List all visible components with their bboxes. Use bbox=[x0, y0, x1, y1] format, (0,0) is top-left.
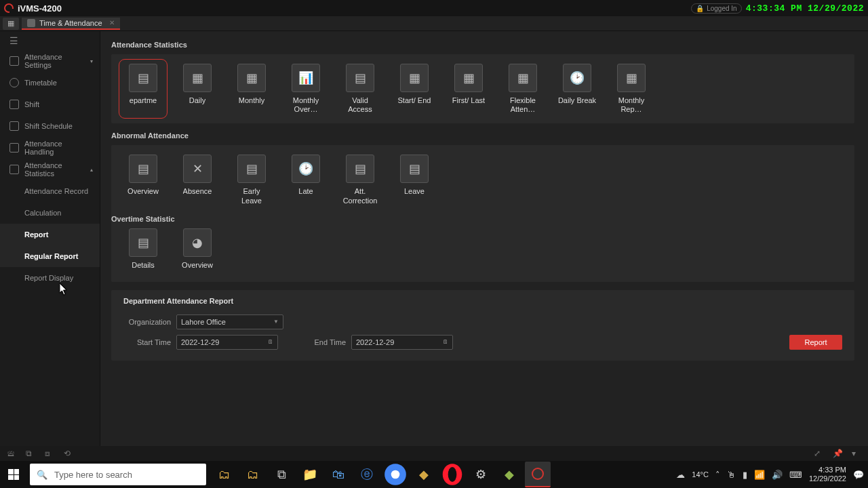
taskbar-app-icon[interactable]: ◆ bbox=[411, 462, 437, 487]
sidebar-item-label: Attendance Handling bbox=[24, 140, 93, 156]
sidebar-toggle-icon[interactable]: ☰ bbox=[0, 31, 100, 50]
taskbar-app2-icon[interactable]: ◆ bbox=[496, 462, 522, 487]
tray-volume-icon[interactable]: 🔊 bbox=[772, 470, 783, 480]
sidebar-item-timetable[interactable]: Timetable bbox=[0, 72, 100, 94]
sidebar-item-label: Report bbox=[24, 230, 48, 239]
flexible-icon: ▦ bbox=[509, 64, 537, 92]
taskbar-ivms-icon[interactable] bbox=[525, 462, 551, 487]
tray-notifications-icon[interactable]: 💬 bbox=[853, 470, 864, 480]
motion-icon[interactable]: ⧉ bbox=[26, 449, 35, 458]
taskbar-chrome-icon[interactable] bbox=[382, 462, 408, 487]
card-department[interactable]: ▤ epartme bbox=[123, 64, 163, 114]
taskbar-search[interactable]: 🔍 Type here to search bbox=[30, 464, 206, 485]
sidebar-item-shift[interactable]: Shift bbox=[0, 94, 100, 115]
sidebar-item-shift-schedule[interactable]: Shift Schedule bbox=[0, 115, 100, 137]
tray-usb-icon[interactable]: 🖱 bbox=[727, 470, 736, 480]
weather-icon[interactable]: ☁ bbox=[676, 470, 685, 480]
sidebar-item-attendance-settings[interactable]: Attendance Settings ▾ bbox=[0, 50, 100, 72]
first-last-icon: ▦ bbox=[454, 64, 483, 92]
start-value: 2022-12-29 bbox=[181, 338, 219, 346]
taskbar-folder-icon[interactable]: 🗂 bbox=[240, 462, 266, 487]
taskbar-explorer-icon[interactable]: 📁 bbox=[297, 462, 323, 487]
logged-in-label: Logged In bbox=[707, 5, 737, 12]
card-label: Leave bbox=[404, 187, 425, 196]
sidebar-item-attendance-statistics[interactable]: Attendance Statistics ▴ bbox=[0, 159, 100, 180]
end-time-input[interactable]: 2022-12-29 🗓 bbox=[351, 335, 453, 350]
card-monthly-report[interactable]: ▦ Monthly Rep… bbox=[612, 64, 651, 114]
card-flexible-attendance[interactable]: ▦ Flexible Atten… bbox=[503, 64, 542, 114]
expand-icon[interactable]: ⤢ bbox=[814, 449, 823, 458]
card-first-last[interactable]: ▦ First/ Last bbox=[449, 64, 488, 114]
card-daily[interactable]: ▦ Daily bbox=[178, 64, 217, 114]
tray-lang-icon[interactable]: ⌨ bbox=[789, 470, 802, 480]
card-monthly-overtime[interactable]: 📊 Monthly Over… bbox=[286, 64, 326, 114]
sidebar-item-report-display[interactable]: Report Display bbox=[0, 267, 100, 289]
link-icon[interactable]: ⟲ bbox=[64, 449, 73, 458]
main-content: Attendance Statistics ▤ epartme ▦ Daily … bbox=[100, 31, 868, 446]
taskbar-opera-icon[interactable] bbox=[439, 462, 465, 487]
card-absence[interactable]: ✕ Absence bbox=[178, 155, 217, 205]
report-button[interactable]: Report bbox=[789, 335, 842, 350]
card-early-leave[interactable]: ▤ Early Leave bbox=[232, 155, 271, 205]
card-daily-break[interactable]: 🕑 Daily Break bbox=[557, 64, 597, 114]
lock-icon: 🔒 bbox=[696, 5, 704, 12]
card-details[interactable]: ▤ Details bbox=[123, 228, 163, 270]
taskbar-taskview-icon[interactable]: ⧉ bbox=[269, 462, 294, 487]
taskbar-ie-icon[interactable]: ⓔ bbox=[354, 462, 380, 487]
sidebar-item-attendance-handling[interactable]: Attendance Handling bbox=[0, 137, 100, 159]
sidebar-item-regular-report[interactable]: Regular Report bbox=[0, 245, 100, 267]
org-select[interactable]: Lahore Office ▼ bbox=[176, 314, 283, 329]
calendar-icon: ▦ bbox=[183, 64, 212, 92]
event-icon[interactable]: ⧈ bbox=[45, 449, 54, 458]
card-valid-access[interactable]: ▤ Valid Access bbox=[340, 64, 380, 114]
card-att-correction[interactable]: ▤ Att. Correction bbox=[340, 155, 380, 205]
sidebar-item-report[interactable]: Report bbox=[0, 224, 100, 245]
home-tab-button[interactable]: ▦ bbox=[3, 18, 19, 30]
alarm-icon[interactable]: 🛎 bbox=[7, 449, 16, 458]
chart-icon: 📊 bbox=[292, 64, 320, 92]
card-overview[interactable]: ▤ Overview bbox=[123, 155, 163, 205]
card-monthly[interactable]: ▦ Monthly bbox=[232, 64, 271, 114]
taskbar-store-icon[interactable]: 🛍 bbox=[326, 462, 351, 487]
calendar-icon: 🗓 bbox=[268, 339, 273, 345]
end-label: End Time bbox=[298, 338, 346, 346]
break-icon: 🕑 bbox=[563, 64, 591, 92]
sidebar-item-calculation[interactable]: Calculation bbox=[0, 202, 100, 224]
card-leave[interactable]: ▤ Leave bbox=[395, 155, 434, 205]
taskbar-folder-icon[interactable]: 🗂 bbox=[212, 462, 237, 487]
sidebar-item-attendance-record[interactable]: Attendance Record bbox=[0, 180, 100, 202]
taskbar-settings-icon[interactable]: ⚙ bbox=[468, 462, 494, 487]
sidebar-item-label: Shift Schedule bbox=[24, 122, 73, 130]
tab-close-icon[interactable]: ✕ bbox=[109, 19, 115, 26]
panel-abnormal-attendance: ▤ Overview ✕ Absence ▤ Early Leave 🕑 Lat… bbox=[111, 145, 854, 282]
card-label: Monthly bbox=[239, 96, 265, 105]
report-icon: ▦ bbox=[617, 64, 646, 92]
card-label: Late bbox=[298, 187, 313, 196]
weather-temp[interactable]: 14°C bbox=[692, 470, 709, 479]
tray-datetime[interactable]: 4:33 PM 12/29/2022 bbox=[809, 466, 846, 483]
tray-chevron-icon[interactable]: ˄ bbox=[715, 470, 720, 480]
report-form-panel: Department Attendance Report Organizatio… bbox=[111, 290, 854, 361]
early-leave-icon: ▤ bbox=[237, 155, 266, 183]
pin-icon[interactable]: 📌 bbox=[833, 449, 842, 458]
tray-time: 4:33 PM bbox=[809, 466, 846, 474]
tray-wifi-icon[interactable]: 📶 bbox=[754, 470, 765, 480]
tab-time-attendance[interactable]: Time & Attendance ✕ bbox=[22, 18, 120, 30]
tray-battery-icon[interactable]: ▮ bbox=[743, 470, 747, 480]
start-time-input[interactable]: 2022-12-29 🗓 bbox=[176, 335, 278, 350]
windows-icon bbox=[8, 469, 19, 480]
card-overview-ot[interactable]: ◕ Overview bbox=[178, 228, 217, 270]
settings-icon bbox=[9, 56, 19, 66]
section-title-abnormal-attendance: Abnormal Attendance bbox=[111, 131, 854, 140]
card-late[interactable]: 🕑 Late bbox=[286, 155, 326, 205]
tray-date: 12/29/2022 bbox=[809, 474, 846, 483]
card-label: Monthly Over… bbox=[286, 96, 326, 114]
logged-in-badge[interactable]: 🔒 Logged In bbox=[691, 3, 742, 14]
app-status-bar: 🛎 ⧉ ⧈ ⟲ ⤢ 📌 ▾ bbox=[0, 446, 868, 461]
card-start-end[interactable]: ▦ Start/ End bbox=[395, 64, 434, 114]
start-button[interactable] bbox=[0, 461, 27, 488]
department-icon: ▤ bbox=[129, 64, 157, 92]
card-label: Daily bbox=[189, 96, 205, 105]
collapse-icon[interactable]: ▾ bbox=[852, 449, 861, 458]
shift-icon bbox=[9, 100, 19, 109]
